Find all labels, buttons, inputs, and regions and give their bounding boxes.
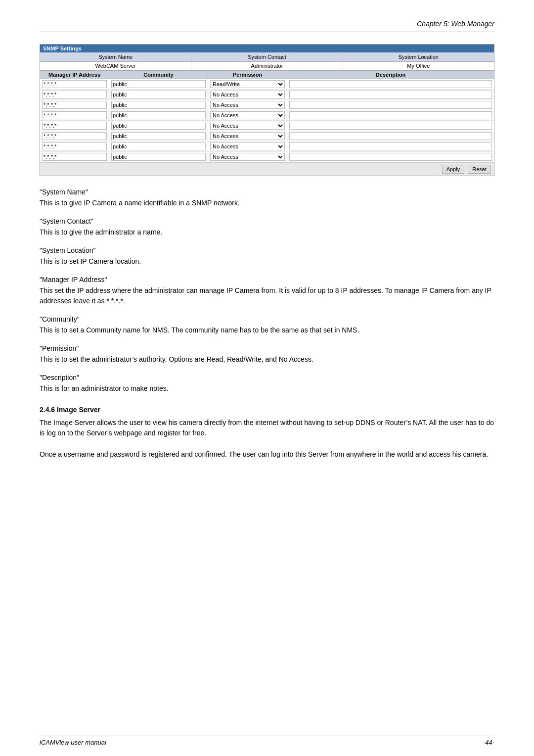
permission-select[interactable]: Read/WriteReadNo Access (210, 111, 285, 119)
permission-desc: This is to set the administrator’s autho… (40, 354, 494, 365)
permission-cell: Read/WriteReadNo Access (208, 121, 287, 131)
ip-input[interactable] (42, 142, 107, 150)
description-input[interactable] (289, 111, 492, 119)
col-val-system-name: WebCAM Server (40, 62, 191, 70)
col-header-system-location: System Location (343, 52, 494, 61)
apply-button[interactable]: Apply (442, 165, 465, 174)
ip-input[interactable] (42, 101, 107, 109)
ip-input[interactable] (42, 91, 107, 98)
snmp-top-values-row: WebCAM Server Administrator My Office (40, 62, 494, 70)
ip-input[interactable] (42, 122, 107, 130)
table-row: Read/WriteReadNo Access (40, 152, 494, 162)
community-input[interactable] (111, 122, 206, 130)
image-server-title: 2.4.6 Image Server (40, 406, 494, 414)
description-input[interactable] (289, 142, 492, 150)
system-location-label: "System Location" (40, 246, 494, 254)
community-input[interactable] (111, 101, 206, 109)
ip-input[interactable] (42, 132, 107, 140)
community-cell (109, 100, 208, 110)
permission-cell: Read/WriteReadNo Access (208, 90, 287, 99)
permission-cell: Read/WriteReadNo Access (208, 79, 287, 89)
col-val-system-contact: Administrator (191, 62, 343, 70)
ip-input[interactable] (42, 153, 107, 161)
system-contact-desc: This is to give the administrator a name… (40, 227, 494, 237)
description-label: "Description" (40, 374, 494, 381)
permission-cell: Read/WriteReadNo Access (208, 152, 287, 162)
th-manager-ip: Manager IP Address (40, 71, 109, 79)
description-cell (287, 121, 494, 131)
table-row: Read/WriteReadNo Access (40, 121, 494, 131)
permission-label: "Permission" (40, 344, 494, 352)
page-footer: iCAMView user manual -44- (40, 739, 494, 746)
community-input[interactable] (111, 80, 206, 88)
footer-left: iCAMView user manual (40, 739, 106, 746)
footer-right: -44- (483, 739, 494, 746)
description-input[interactable] (289, 91, 492, 98)
table-row: Read/WriteReadNo Access (40, 142, 494, 152)
community-input[interactable] (111, 91, 206, 98)
ip-input[interactable] (42, 111, 107, 119)
th-community: Community (109, 71, 208, 79)
community-label: "Community" (40, 315, 494, 323)
th-permission: Permission (208, 71, 287, 79)
description-cell (287, 79, 494, 89)
image-server-p1: The Image Server allows the user to view… (40, 418, 494, 438)
ip-input[interactable] (42, 80, 107, 88)
table-row: Read/WriteReadNo Access (40, 79, 494, 90)
description-input[interactable] (289, 101, 492, 109)
community-input[interactable] (111, 142, 206, 150)
table-row: Read/WriteReadNo Access (40, 100, 494, 110)
description-input[interactable] (289, 122, 492, 130)
ip-cell (40, 90, 109, 99)
table-row: Read/WriteReadNo Access (40, 131, 494, 142)
community-cell (109, 131, 208, 141)
bottom-rule (40, 736, 494, 736)
manager-ip-desc: This set the IP address where the admini… (40, 285, 494, 306)
permission-select[interactable]: Read/WriteReadNo Access (210, 153, 285, 161)
description-input[interactable] (289, 153, 492, 161)
community-desc: This is to set a Community name for NMS.… (40, 325, 494, 335)
snmp-buttons-row: Apply Reset (40, 162, 494, 176)
snmp-top-header-row: System Name System Contact System Locati… (40, 52, 494, 62)
description-cell (287, 100, 494, 110)
col-header-system-name: System Name (40, 52, 191, 61)
community-cell (109, 79, 208, 89)
permission-select[interactable]: Read/WriteReadNo Access (210, 132, 285, 140)
permission-cell: Read/WriteReadNo Access (208, 131, 287, 141)
table-row: Read/WriteReadNo Access (40, 110, 494, 121)
ip-cell (40, 79, 109, 89)
ip-cell (40, 131, 109, 141)
snmp-rows-container: Read/WriteReadNo AccessRead/WriteReadNo … (40, 79, 494, 162)
col-val-system-location: My Office (343, 62, 494, 70)
snmp-table: Manager IP Address Community Permission … (40, 70, 494, 162)
image-server-p2: Once a username and password is register… (40, 449, 494, 460)
permission-cell: Read/WriteReadNo Access (208, 100, 287, 110)
system-name-label: "System Name" (40, 188, 494, 196)
ip-cell (40, 100, 109, 110)
top-rule (40, 32, 494, 32)
description-input[interactable] (289, 132, 492, 140)
permission-select[interactable]: Read/WriteReadNo Access (210, 142, 285, 150)
description-input[interactable] (289, 80, 492, 88)
description-cell (287, 131, 494, 141)
reset-button[interactable]: Reset (468, 165, 491, 174)
community-input[interactable] (111, 132, 206, 140)
community-cell (109, 121, 208, 131)
community-cell (109, 152, 208, 162)
th-description: Description (287, 71, 494, 79)
permission-select[interactable]: Read/WriteReadNo Access (210, 122, 285, 130)
permission-cell: Read/WriteReadNo Access (208, 142, 287, 151)
community-input[interactable] (111, 153, 206, 161)
permission-select[interactable]: Read/WriteReadNo Access (210, 91, 285, 98)
permission-select[interactable]: Read/WriteReadNo Access (210, 80, 285, 88)
description-cell (287, 142, 494, 151)
manager-ip-label: "Manager IP Address" (40, 276, 494, 284)
permission-cell: Read/WriteReadNo Access (208, 110, 287, 120)
system-name-desc: This is to give IP Camera a name identif… (40, 198, 494, 208)
community-cell (109, 110, 208, 120)
description-cell (287, 152, 494, 162)
ip-cell (40, 142, 109, 151)
community-input[interactable] (111, 111, 206, 119)
permission-select[interactable]: Read/WriteReadNo Access (210, 101, 285, 109)
description-desc: This is for an administrator to make not… (40, 383, 494, 394)
